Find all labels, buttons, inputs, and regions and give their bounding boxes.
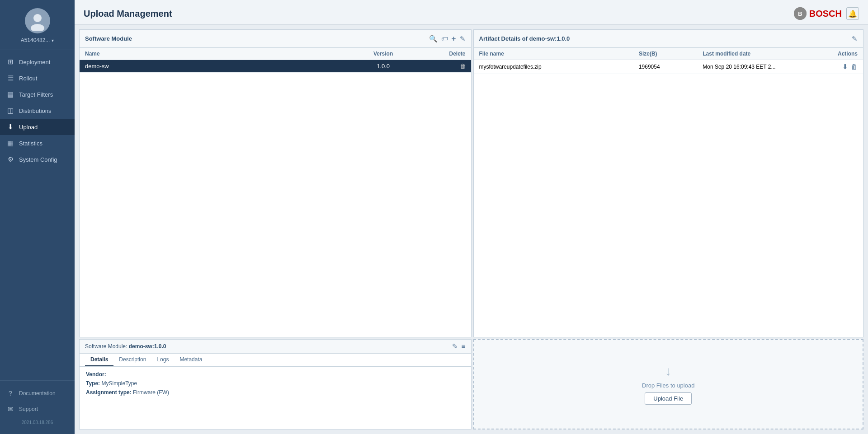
bosch-logo-icon: B [794, 7, 807, 20]
tab-metadata[interactable]: Metadata [174, 354, 208, 366]
page-title: Upload Management [84, 9, 172, 19]
artifact-title: Artifact Details of demo-sw:1.0.0 [479, 35, 570, 42]
sidebar-nav: ⊞ Deployment ☰ Rollout ▤ Target Filters … [0, 50, 75, 380]
mail-icon: ✉ [6, 405, 14, 413]
sidebar-item-upload[interactable]: ⬇ Upload [0, 119, 75, 135]
svg-point-1 [31, 24, 44, 31]
module-tabs: Details Description Logs Metadata [80, 354, 471, 367]
artifact-row: mysfotwareupdatefiles.zip 1969054 Mon Se… [474, 60, 863, 74]
sidebar: A5140482... ▾ ⊞ Deployment ☰ Rollout ▤ T… [0, 0, 75, 434]
software-module-panel: Software Module 🔍 🏷 + ✎ Name Version Del… [79, 29, 472, 337]
type-row: Type: MySimpleType [86, 380, 465, 387]
rollout-icon: ☰ [6, 74, 14, 82]
svg-point-0 [33, 14, 42, 22]
software-module-table-body: demo-sw 1.0.0 🗑 [80, 60, 471, 337]
sidebar-item-documentation[interactable]: ? Documentation [0, 385, 75, 401]
artifact-details-panel: Artifact Details of demo-sw:1.0.0 ✎ File… [473, 29, 864, 337]
module-details-content: Vendor: Type: MySimpleType Assignment ty… [80, 367, 471, 403]
artifact-size: 1969054 [639, 64, 703, 70]
tag-icon[interactable]: 🏷 [441, 35, 448, 42]
software-module-table-header: Name Version Delete [80, 48, 471, 60]
sidebar-item-target-filters[interactable]: ▤ Target Filters [0, 86, 75, 103]
module-detail-title: Software Module: demo-sw:1.0.0 [85, 343, 166, 350]
content-area: Software Module 🔍 🏷 + ✎ Name Version Del… [75, 25, 868, 434]
sidebar-item-support[interactable]: ✉ Support [0, 401, 75, 417]
statistics-icon: ▦ [6, 139, 14, 147]
vendor-row: Vendor: [86, 371, 465, 378]
module-list-icon[interactable]: ≡ [462, 342, 466, 350]
question-icon: ? [6, 389, 14, 397]
delete-artifact-icon[interactable]: 🗑 [851, 63, 858, 71]
upload-file-button[interactable]: Upload File [645, 392, 692, 405]
add-icon[interactable]: + [452, 34, 456, 43]
module-name: demo-sw [85, 63, 324, 70]
gear-icon: ⚙ [6, 155, 14, 163]
sidebar-bottom: ? Documentation ✉ Support 2021.08.18.286 [0, 380, 75, 434]
tab-details[interactable]: Details [85, 354, 113, 366]
notification-bell-icon[interactable]: 🔔 [846, 7, 859, 20]
software-module-title: Software Module [85, 35, 132, 42]
version-label: 2021.08.18.286 [0, 417, 75, 429]
distributions-icon: ◫ [6, 107, 14, 115]
edit-icon[interactable]: ✎ [460, 35, 466, 43]
sidebar-item-statistics[interactable]: ▦ Statistics [0, 135, 75, 151]
table-row[interactable]: demo-sw 1.0.0 🗑 [80, 60, 471, 73]
module-detail-actions: ✎ ≡ [452, 342, 466, 350]
tab-logs[interactable]: Logs [151, 354, 174, 366]
artifact-table-header: File name Size(B) Last modified date Act… [474, 48, 863, 60]
artifact-header-actions: ✎ [852, 35, 858, 43]
search-icon[interactable]: 🔍 [429, 35, 438, 43]
artifact-header: Artifact Details of demo-sw:1.0.0 ✎ [474, 30, 863, 48]
filter-icon: ▤ [6, 90, 14, 98]
artifact-actions: ⬇ 🗑 [830, 63, 858, 71]
bosch-logo: B BOSCH [794, 7, 842, 20]
assignment-row: Assignment type: Firmware (FW) [86, 389, 465, 396]
panels-bottom: Software Module: demo-sw:1.0.0 ✎ ≡ Detai… [79, 339, 863, 429]
sidebar-user: A5140482... ▾ [0, 0, 75, 50]
drop-arrow-icon: ↓ [665, 364, 671, 378]
drop-zone-panel: ↓ Drop Files to upload Upload File [473, 339, 864, 429]
drop-text: Drop Files to upload [642, 382, 694, 389]
software-module-header: Software Module 🔍 🏷 + ✎ [80, 30, 471, 48]
sidebar-item-distributions[interactable]: ◫ Distributions [0, 103, 75, 119]
svg-text:B: B [798, 10, 802, 17]
chevron-down-icon: ▾ [52, 38, 54, 43]
sidebar-item-rollout[interactable]: ☰ Rollout [0, 70, 75, 86]
main-content: Upload Management B BOSCH 🔔 Software Mod… [75, 0, 868, 434]
delete-icon[interactable]: 🗑 [443, 63, 466, 70]
username[interactable]: A5140482... ▾ [21, 37, 54, 43]
artifact-edit-icon[interactable]: ✎ [852, 35, 858, 43]
artifact-table-body: mysfotwareupdatefiles.zip 1969054 Mon Se… [474, 60, 863, 337]
tab-description[interactable]: Description [113, 354, 151, 366]
upload-icon: ⬇ [6, 123, 14, 131]
panels-top: Software Module 🔍 🏷 + ✎ Name Version Del… [79, 29, 863, 337]
artifact-date: Mon Sep 20 16:09:43 EET 2... [703, 64, 830, 70]
sidebar-item-deployment[interactable]: ⊞ Deployment [0, 54, 75, 70]
topbar: Upload Management B BOSCH 🔔 [75, 0, 868, 25]
software-module-header-actions: 🔍 🏷 + ✎ [429, 34, 466, 43]
module-detail-header: Software Module: demo-sw:1.0.0 ✎ ≡ [80, 340, 471, 354]
topbar-right: B BOSCH 🔔 [794, 7, 859, 20]
module-edit-icon[interactable]: ✎ [452, 342, 458, 350]
artifact-filename: mysfotwareupdatefiles.zip [479, 64, 639, 70]
module-version: 1.0.0 [324, 63, 443, 70]
avatar [25, 8, 50, 33]
module-detail-panel: Software Module: demo-sw:1.0.0 ✎ ≡ Detai… [79, 339, 472, 429]
sidebar-item-system-config[interactable]: ⚙ System Config [0, 151, 75, 168]
download-icon[interactable]: ⬇ [842, 63, 848, 71]
deployment-icon: ⊞ [6, 58, 14, 66]
